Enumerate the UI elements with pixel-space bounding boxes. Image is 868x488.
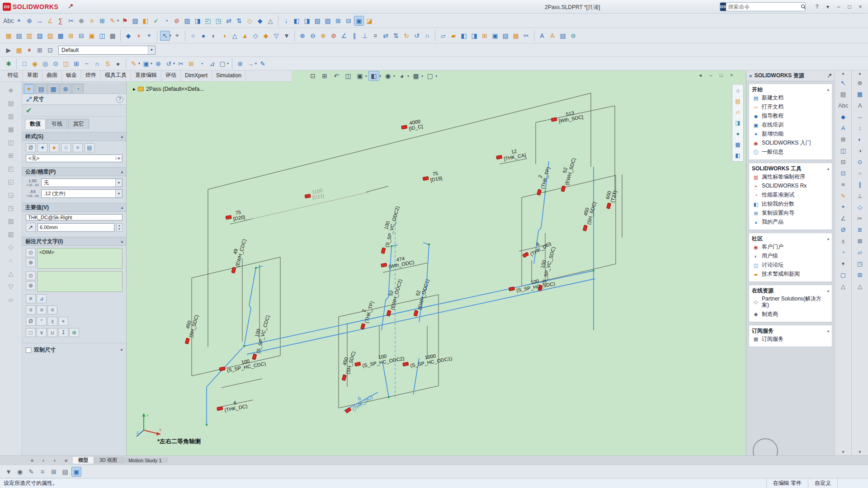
tab-模具工具[interactable]: 模具工具 <box>101 70 131 81</box>
collapse-chevron-icon[interactable]: ▴ <box>827 329 829 333</box>
tri-icon-4[interactable]: ▼ <box>282 31 292 41</box>
angle-icon[interactable]: ∠ <box>45 16 55 26</box>
doc-close-icon[interactable]: × <box>727 71 736 79</box>
r2-icon-11[interactable]: ⊥ <box>855 191 865 200</box>
trim-icon[interactable]: ✂ <box>66 16 76 26</box>
sketch-point-icon[interactable]: ○ <box>188 31 198 41</box>
document-tab-模型[interactable]: 模型 <box>73 457 94 464</box>
tab-钣金[interactable]: 钣金 <box>62 70 81 81</box>
dropdown-chevron-icon[interactable]: ▾ <box>151 61 152 66</box>
arc-icon-1[interactable]: ◐ <box>209 31 219 41</box>
style-add-icon[interactable]: ✦ <box>38 143 47 152</box>
no-icon[interactable]: ⊘ <box>172 16 182 26</box>
search-input[interactable] <box>726 4 801 10</box>
filter-icon[interactable]: ▼ <box>4 467 14 477</box>
task-pane-link[interactable]: ▦订阅服务 <box>752 335 829 344</box>
align-center-icon[interactable]: ≡ <box>37 305 47 314</box>
square-symbol-icon[interactable]: □ <box>26 328 36 337</box>
add-rel-icon[interactable]: ⊕ <box>153 59 163 69</box>
help-chevron-icon[interactable]: ▾ <box>823 2 833 11</box>
more-symbol-icon[interactable]: ⊕ <box>69 328 79 337</box>
tool-icon-3[interactable]: ▨ <box>182 16 192 26</box>
collapse-chevron-icon[interactable]: ▴ <box>121 239 123 244</box>
plane-icon[interactable]: ◆ <box>123 31 133 41</box>
globe-icon[interactable]: ◔ <box>161 16 171 26</box>
r2-icon-7[interactable]: ◑ <box>855 146 865 155</box>
scroll-up-icon[interactable]: ▲ <box>858 71 862 76</box>
dim-note-icon-3[interactable]: ⊙ <box>26 271 36 280</box>
sk-icon-5[interactable]: ◫ <box>61 59 71 69</box>
collapse-chevron-icon[interactable]: ▴ <box>827 88 829 92</box>
jump-icon[interactable]: → <box>245 59 255 69</box>
grid-icon-10[interactable]: ◫ <box>97 31 107 41</box>
rel-icon-11[interactable]: ↻ <box>401 31 411 41</box>
spline-icon[interactable]: ~ <box>82 59 92 69</box>
tab-Simulation[interactable]: Simulation <box>212 70 246 81</box>
trim-entities-icon[interactable]: ✂ <box>521 31 531 41</box>
rel-icon-12[interactable]: ↺ <box>412 31 422 41</box>
minimize-icon[interactable]: – <box>834 2 844 11</box>
tool-icon-10[interactable]: ◆ <box>255 16 265 26</box>
view-orientation-icon[interactable]: ▣ <box>354 71 365 81</box>
r1-icon-2[interactable]: ▤ <box>838 89 848 99</box>
task-pane-link[interactable]: ⓘ一般信息 <box>752 148 829 157</box>
side-icon-10[interactable]: ◳ <box>6 203 16 213</box>
pencil-icon[interactable]: ✎ <box>258 59 268 69</box>
side-icon-7[interactable]: ◰ <box>6 164 16 174</box>
countersink-symbol-icon[interactable]: ∨ <box>37 328 47 337</box>
r1-icon-7[interactable]: ◫ <box>838 146 848 155</box>
balloon-icon[interactable]: ⊚ <box>568 31 578 41</box>
rel-icon-3[interactable]: ⊗ <box>318 31 328 41</box>
pattern-icon-8[interactable]: ▦ <box>511 31 521 41</box>
style-dropdown[interactable]: <无>▼ <box>26 155 123 162</box>
sk-icon-3[interactable]: ◎ <box>40 59 50 69</box>
style-save-icon[interactable]: ✧ <box>73 143 83 152</box>
r2-icon-5[interactable]: ↕ <box>855 123 865 132</box>
doc-minimize-icon[interactable]: – <box>706 71 715 79</box>
tool-icon-4[interactable]: ◨ <box>193 16 203 26</box>
forum-icon[interactable]: ◧ <box>733 151 742 160</box>
collapse-pane-icon[interactable]: « <box>749 73 752 79</box>
task-pane-link[interactable]: ◔性能基准测试 <box>752 191 829 200</box>
collapse-chevron-icon[interactable]: ▴ <box>121 135 123 139</box>
grid-icon-8[interactable]: ⊟ <box>76 31 86 41</box>
pin-icon[interactable] <box>827 73 832 79</box>
view-settings-icon[interactable]: ▢ <box>425 71 435 81</box>
rel-icon-4[interactable]: ⊘ <box>329 31 339 41</box>
centerline-symbol-icon[interactable]: ⌖ <box>58 317 68 326</box>
tab-直接编辑[interactable]: 直接编辑 <box>131 70 161 81</box>
task-pane-link[interactable]: ◇Partner Solutions(解决方案) <box>752 295 829 310</box>
eraser-icon[interactable]: ◪ <box>364 16 374 26</box>
dim-note-icon-1[interactable]: ⊙ <box>26 248 36 257</box>
zoom-plane-icon[interactable]: ⌖ <box>14 16 24 26</box>
dim-offset-icon[interactable]: ✕ <box>26 294 36 303</box>
check-icon[interactable]: ✓ <box>151 16 161 26</box>
r2-icon-4[interactable]: ↔ <box>855 112 865 121</box>
degree-symbol-icon[interactable]: ° <box>37 317 47 326</box>
tree-expand-icon[interactable]: ▸ <box>133 86 136 92</box>
dropdown-chevron-icon[interactable]: ▾ <box>173 61 175 66</box>
pattern-icon-5[interactable]: ⊞ <box>480 31 490 41</box>
diameter-symbol-icon[interactable]: Ø <box>26 317 36 326</box>
value-tab-数值[interactable]: 数值 <box>25 119 46 129</box>
configuration-dropdown[interactable]: Default ▼ <box>58 46 156 55</box>
side-icon-1[interactable]: ◈ <box>6 85 16 95</box>
tolerance-dropdown[interactable]: 无▼ <box>41 178 123 187</box>
collapse-chevron-icon[interactable]: ▴ <box>827 167 829 171</box>
tolerance-section-header[interactable]: 公差/精度(P)▴ <box>22 167 126 176</box>
r1-icon-18[interactable]: ▢ <box>838 270 848 279</box>
grid-display-icon[interactable]: ⊞ <box>49 467 59 477</box>
collapse-chevron-icon[interactable]: ▴ <box>827 289 829 293</box>
s-icon[interactable]: S <box>103 59 113 69</box>
dot-icon[interactable]: ● <box>113 59 123 69</box>
tool-icon-6[interactable]: ◳ <box>213 16 223 26</box>
dropdown-chevron-icon[interactable]: ▾ <box>255 61 257 66</box>
tool-icon-5[interactable]: ◰ <box>203 16 213 26</box>
side-icon-4[interactable]: ▦ <box>6 124 16 134</box>
dropdown-chevron-icon[interactable]: ▾ <box>227 61 229 66</box>
arc3-icon[interactable]: ∩ <box>92 59 102 69</box>
feature-tree-overlay[interactable]: ▸ 2Pass (Default<<Defa... <box>133 86 204 92</box>
task-pane-link[interactable]: ✦新增功能 <box>752 130 829 139</box>
grid-icon-11[interactable]: ▦ <box>108 31 118 41</box>
rel-icon-7[interactable]: ⊥ <box>360 31 370 41</box>
